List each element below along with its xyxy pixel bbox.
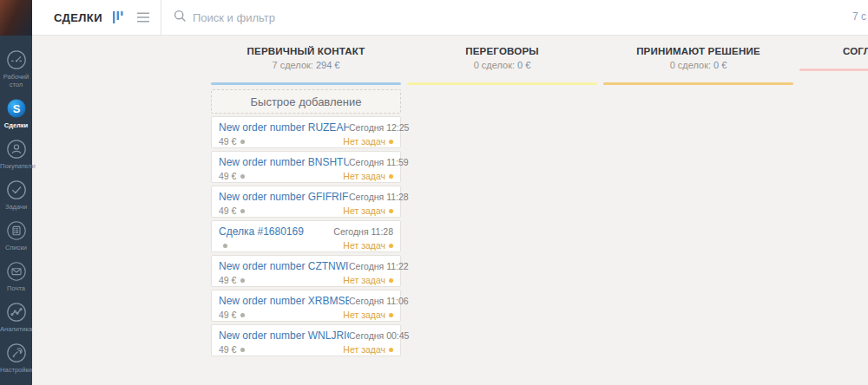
sidebar-item-settings[interactable]: Настройки <box>0 338 32 379</box>
deal-title-link[interactable]: New order number BNSHTUXM... <box>219 156 349 168</box>
deal-price: 49 € <box>219 310 236 320</box>
mail-icon <box>6 261 27 282</box>
sidebar: Рабочий стол S <box>0 0 32 385</box>
quick-add-button[interactable]: Быстрое добавление <box>211 89 401 114</box>
list-view-icon[interactable] <box>136 11 150 23</box>
deal-task-status: Нет задач <box>343 240 385 251</box>
pipeline-view-icon[interactable] <box>111 10 125 24</box>
sidebar-item-tasks[interactable]: Задачи <box>0 175 32 216</box>
svg-text:S: S <box>12 102 20 115</box>
contact-dot-icon <box>240 313 245 317</box>
deal-title-link[interactable]: New order number XRBMSBER... <box>219 295 349 307</box>
deal-timestamp: Сегодня 11:06 <box>349 296 409 306</box>
sidebar-nav: Рабочий стол S <box>0 36 32 379</box>
contact-dot-icon <box>240 174 245 179</box>
search-input[interactable]: Поиск и фильтр <box>174 10 275 26</box>
task-dot-icon <box>389 348 393 352</box>
stage-title: ПЕРЕГОВОРЫ <box>407 45 597 57</box>
deal-card[interactable]: New order number GFIFRIFLI (#... Сегодня… <box>211 186 401 218</box>
dashboard-icon <box>6 49 27 70</box>
stage-underline <box>799 69 868 71</box>
sidebar-item-label: Задачи <box>0 203 32 211</box>
stage-title: ПЕРВИЧНЫЙ КОНТАКТ <box>211 45 401 57</box>
topbar: СДЕЛКИ Поиск и фильтр 7 с <box>32 0 868 36</box>
task-dot-icon <box>389 209 393 213</box>
sidebar-item-mail[interactable]: Почта <box>0 257 32 297</box>
tasks-icon <box>6 179 27 200</box>
deal-task-status: Нет задач <box>343 136 385 147</box>
deal-task-status: Нет задач <box>343 310 385 320</box>
deal-task-status: Нет задач <box>343 344 385 355</box>
sidebar-item-label: Настройки <box>0 366 32 374</box>
stage-title: СОГЛАС <box>799 45 868 57</box>
deal-price: 49 € <box>219 171 236 181</box>
deal-price: 49 € <box>219 344 236 355</box>
task-dot-icon <box>389 278 393 283</box>
stage-column-negotiations: ПЕРЕГОВОРЫ 0 сделок: 0 € <box>407 36 597 356</box>
settings-icon <box>6 343 27 363</box>
sidebar-item-label: Рабочий стол <box>0 73 32 88</box>
deal-task-status: Нет задач <box>343 275 385 285</box>
crm-deals-page: Рабочий стол S <box>0 0 868 385</box>
deal-timestamp: Сегодня 11:28 <box>333 226 393 237</box>
stage-title: ПРИНИМАЮТ РЕШЕНИЕ <box>603 45 793 57</box>
deal-title-link[interactable]: New order number GFIFRIFLI (#... <box>219 191 349 203</box>
sidebar-item-dashboard[interactable]: Рабочий стол <box>0 45 32 94</box>
deal-timestamp: Сегодня 11:59 <box>349 157 409 167</box>
stage-underline <box>211 82 401 85</box>
deal-card[interactable]: New order number BNSHTUXM... Сегодня 11:… <box>211 151 401 183</box>
sidebar-item-label: Аналитика <box>0 325 32 333</box>
deals-summary-truncated: 7 с <box>852 10 866 23</box>
sidebar-item-label: Покупатели <box>0 162 32 170</box>
task-dot-icon <box>389 140 393 144</box>
deal-card[interactable]: New order number RUZEAHZA... Сегодня 12:… <box>211 116 401 148</box>
contact-dot-icon <box>240 140 245 144</box>
stage-count: 0 сделок: 0 € <box>407 60 597 71</box>
deal-card[interactable]: New order number XRBMSBER... Сегодня 11:… <box>211 290 401 322</box>
contact-dot-icon <box>223 244 227 248</box>
deal-card[interactable]: New order number CZTNWIYUN... Сегодня 11… <box>211 255 401 287</box>
search-placeholder: Поиск и фильтр <box>193 11 275 24</box>
deal-card[interactable]: Сделка #1680169 Сегодня 11:28 Нет задач <box>211 220 401 252</box>
task-dot-icon <box>389 244 393 248</box>
analytics-icon <box>6 302 27 323</box>
sidebar-item-deals[interactable]: S Сделки <box>0 94 32 134</box>
profile-photo[interactable] <box>0 0 32 36</box>
deals-icon: S <box>6 98 27 119</box>
topbar-divider <box>161 0 161 36</box>
stage-column-decision: ПРИНИМАЮТ РЕШЕНИЕ 0 сделок: 0 € <box>603 36 793 356</box>
deal-title-link[interactable]: Сделка #1680169 <box>219 225 304 238</box>
sidebar-item-analytics[interactable]: Аналитика <box>0 297 32 338</box>
sidebar-item-label: Почта <box>0 284 32 292</box>
deal-task-status: Нет задач <box>343 206 385 216</box>
deal-title-link[interactable]: New order number WNLJRIGID (... <box>219 330 349 342</box>
sidebar-item-buyers[interactable]: Покупатели <box>0 134 32 175</box>
deal-timestamp: Сегодня 11:22 <box>349 261 409 271</box>
stage-underline <box>407 82 597 85</box>
stage-column-primary-contact: ПЕРВИЧНЫЙ КОНТАКТ 7 сделок: 294 € Быстро… <box>211 36 401 356</box>
deal-price: 49 € <box>219 136 236 147</box>
deal-title-link[interactable]: New order number RUZEAHZA... <box>219 121 349 134</box>
deal-timestamp: Сегодня 12:25 <box>349 122 409 133</box>
buyers-icon <box>6 139 27 160</box>
deal-price: 49 € <box>219 206 236 216</box>
contact-dot-icon <box>240 278 245 283</box>
stage-underline <box>603 82 793 85</box>
kanban-board: ПЕРВИЧНЫЙ КОНТАКТ 7 сделок: 294 € Быстро… <box>32 36 868 385</box>
contact-dot-icon <box>240 209 245 213</box>
stage-count: 7 сделок: 294 € <box>211 60 401 71</box>
deal-title-link[interactable]: New order number CZTNWIYUN... <box>219 260 349 272</box>
deal-price: 49 € <box>219 275 236 285</box>
task-dot-icon <box>389 313 393 317</box>
contact-dot-icon <box>240 348 245 352</box>
deal-timestamp: Сегодня 00:45 <box>349 330 409 341</box>
sidebar-item-lists[interactable]: Списки <box>0 216 32 257</box>
stage-count: 0 сделок: 0 € <box>603 60 793 71</box>
deal-card[interactable]: New order number WNLJRIGID (... Сегодня … <box>211 324 401 356</box>
task-dot-icon <box>389 174 393 179</box>
page-title[interactable]: СДЕЛКИ <box>54 11 102 24</box>
search-icon <box>174 10 187 26</box>
sidebar-item-label: Сделки <box>0 121 32 129</box>
stage-column-agreement: СОГЛАС <box>799 36 868 356</box>
deal-timestamp: Сегодня 11:28 <box>349 192 409 202</box>
